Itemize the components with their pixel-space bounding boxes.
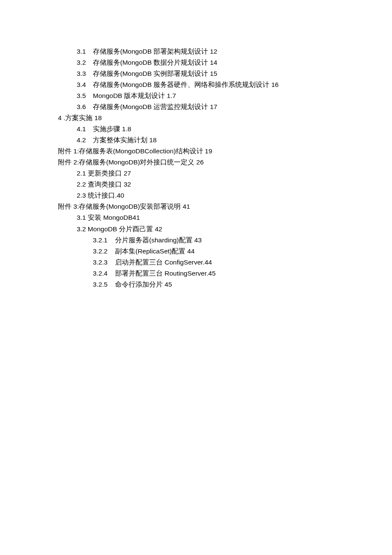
toc-number: 4.2 (77, 135, 93, 146)
toc-number: 2.3 (77, 190, 86, 201)
toc-number: 4.1 (77, 124, 93, 135)
toc-number: 3.2.1 (93, 235, 115, 246)
toc-text: 统计接口.40 (86, 192, 124, 199)
toc-number: 3.5 (77, 90, 93, 101)
toc-text: .方案实施 18 (62, 114, 102, 121)
toc-text: 方案整体实施计划 18 (93, 136, 157, 144)
toc-number: 4 (58, 112, 62, 124)
toc-text: 存储服务(MongoDB 部署架构规划设计 12 (93, 48, 217, 55)
toc-text: 存储服务(MongoDB 数据分片规划设计 14 (93, 59, 217, 66)
toc-entry: 3.4存储服务(MongoDB 服务器硬件、网络和操作系统规划设计 16 (58, 79, 392, 90)
toc-text: 存储服务(MongoDB 运营监控规划设计 17 (93, 103, 217, 110)
toc-number: 3.6 (77, 101, 93, 112)
toc-text: 安装 MongoDB41 (86, 214, 140, 221)
toc-entry: 3.2.1分片服务器(sharding)配置 43 (58, 235, 392, 246)
toc-entry: 4 .方案实施 18 (58, 112, 392, 124)
toc-text: 附件 3:存储服务(MongoDB)安装部署说明 41 (58, 203, 190, 210)
toc-text: 分片服务器(sharding)配置 43 (115, 236, 202, 244)
toc-entry: 附件 1:存储服务表(MongoDBCollection)结构设计 19 (58, 146, 392, 157)
toc-text: 存储服务(MongoDB 服务器硬件、网络和操作系统规划设计 16 (93, 81, 279, 88)
toc-entry: 3.1 安装 MongoDB41 (58, 212, 392, 223)
toc-text: 命令行添加分片 45 (115, 281, 172, 288)
toc-text: 启动并配置三台 ConfigServer.44 (115, 259, 212, 266)
toc-number: 3.1 (77, 46, 93, 57)
toc-number: 3.2.2 (93, 246, 115, 257)
toc-entry: 3.2.4部署并配置三台 RoutingServer.45 (58, 268, 392, 279)
toc-entry: 3.2.2副本集(ReplicaSet)配置 44 (58, 246, 392, 257)
toc-number: 3.1 (77, 212, 86, 223)
toc-text: 实施步骤 1.8 (93, 125, 131, 132)
toc-text: 附件 1:存储服务表(MongoDBCollection)结构设计 19 (58, 147, 212, 155)
toc-entry: 4.2方案整体实施计划 18 (58, 135, 392, 146)
toc-number: 3.2.3 (93, 257, 115, 268)
toc-text: 部署并配置三台 RoutingServer.45 (115, 270, 216, 277)
toc-number: 3.2.4 (93, 268, 115, 279)
toc-text: 副本集(ReplicaSet)配置 44 (115, 247, 195, 255)
toc-entry: 3.2.5命令行添加分片 45 (58, 279, 392, 290)
toc-entry: 2.2 查询类接口 32 (58, 179, 392, 190)
table-of-contents: 3.1存储服务(MongoDB 部署架构规划设计 12 3.2存储服务(Mong… (58, 46, 392, 290)
toc-number: 3.4 (77, 79, 93, 90)
toc-entry: 附件 2:存储服务(MongoDB)对外接口统一定义 26 (58, 157, 392, 168)
toc-text: 查询类接口 32 (86, 181, 131, 188)
toc-text: MongoDB 版本规划设计 1.7 (93, 92, 176, 99)
toc-text: 存储服务(MongoDB 实例部署规划设计 15 (93, 70, 217, 77)
toc-number: 3.2 (77, 57, 93, 68)
toc-entry: 附件 3:存储服务(MongoDB)安装部署说明 41 (58, 201, 392, 212)
toc-entry: 3.2 MongoDB 分片酉己置 42 (58, 224, 392, 235)
toc-entry: 3.2存储服务(MongoDB 数据分片规划设计 14 (58, 57, 392, 68)
toc-entry: 3.1存储服务(MongoDB 部署架构规划设计 12 (58, 46, 392, 57)
toc-text: 更新类接口 27 (86, 170, 131, 177)
toc-number: 2.2 (77, 179, 86, 190)
toc-entry: 2.3 统计接口.40 (58, 190, 392, 201)
toc-number: 2.1 (77, 168, 86, 179)
toc-number: 3.3 (77, 68, 93, 79)
toc-number: 3.2 (77, 224, 86, 235)
toc-number: 3.2.5 (93, 279, 115, 290)
toc-entry: 3.5MongoDB 版本规划设计 1.7 (58, 90, 392, 101)
toc-entry: 2.1 更新类接口 27 (58, 168, 392, 179)
toc-entry: 3.2.3启动并配置三台 ConfigServer.44 (58, 257, 392, 268)
toc-entry: 3.3存储服务(MongoDB 实例部署规划设计 15 (58, 68, 392, 79)
toc-entry: 3.6存储服务(MongoDB 运营监控规划设计 17 (58, 101, 392, 112)
toc-text: 附件 2:存储服务(MongoDB)对外接口统一定义 26 (58, 158, 204, 166)
toc-entry: 4.1实施步骤 1.8 (58, 124, 392, 135)
toc-text: MongoDB 分片酉己置 42 (86, 225, 162, 233)
